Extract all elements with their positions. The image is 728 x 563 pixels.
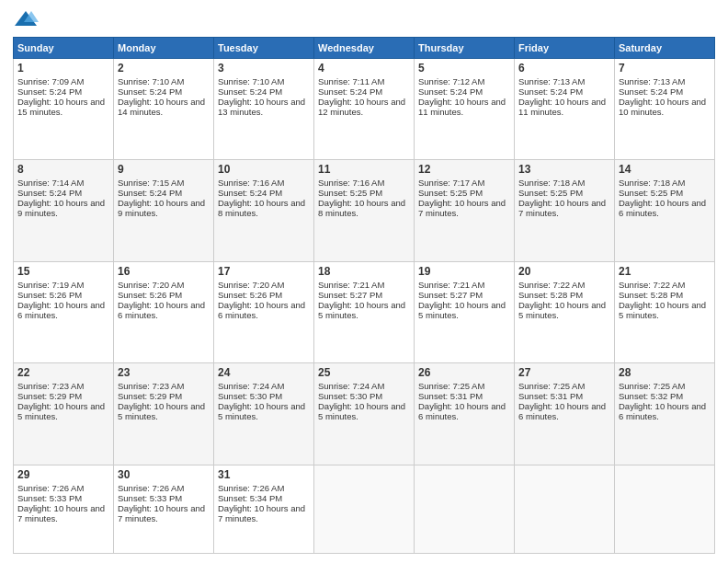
sunset-label: Sunset: 5:27 PM <box>318 290 382 300</box>
daylight-label: Daylight: 10 hours and 13 minutes. <box>218 97 305 117</box>
sunrise-label: Sunrise: 7:26 AM <box>218 483 284 493</box>
sunrise-label: Sunrise: 7:26 AM <box>17 483 84 493</box>
day-number: 5 <box>418 62 510 75</box>
sunrise-label: Sunrise: 7:18 AM <box>619 178 685 188</box>
sunrise-label: Sunrise: 7:24 AM <box>318 381 384 391</box>
day-number: 30 <box>118 468 210 481</box>
calendar-cell: 22 Sunrise: 7:23 AM Sunset: 5:29 PM Dayl… <box>14 363 114 465</box>
sunset-label: Sunset: 5:30 PM <box>218 391 282 401</box>
daylight-label: Daylight: 10 hours and 7 minutes. <box>418 198 506 218</box>
day-number: 3 <box>218 62 310 75</box>
daylight-label: Daylight: 10 hours and 12 minutes. <box>318 97 405 117</box>
calendar-cell: 18 Sunrise: 7:21 AM Sunset: 5:27 PM Dayl… <box>314 261 415 362</box>
day-number: 2 <box>118 62 210 75</box>
calendar-week-row: 15 Sunrise: 7:19 AM Sunset: 5:26 PM Dayl… <box>14 261 715 362</box>
day-number: 27 <box>518 366 610 379</box>
calendar-cell: 19 Sunrise: 7:21 AM Sunset: 5:27 PM Dayl… <box>415 261 515 362</box>
calendar-cell: 31 Sunrise: 7:26 AM Sunset: 5:34 PM Dayl… <box>214 465 314 553</box>
sunset-label: Sunset: 5:24 PM <box>218 188 282 198</box>
sunrise-label: Sunrise: 7:13 AM <box>619 76 685 86</box>
calendar-cell <box>515 465 615 553</box>
sunrise-label: Sunrise: 7:22 AM <box>619 280 685 290</box>
calendar-cell: 24 Sunrise: 7:24 AM Sunset: 5:30 PM Dayl… <box>214 363 314 465</box>
sunset-label: Sunset: 5:33 PM <box>17 493 82 503</box>
weekday-header: Sunday <box>14 38 114 59</box>
day-number: 12 <box>418 163 510 176</box>
sunset-label: Sunset: 5:24 PM <box>619 86 683 97</box>
sunrise-label: Sunrise: 7:25 AM <box>418 381 484 391</box>
day-number: 29 <box>17 468 109 481</box>
calendar-cell: 4 Sunrise: 7:11 AM Sunset: 5:24 PM Dayli… <box>314 59 415 160</box>
day-number: 23 <box>118 366 210 379</box>
sunset-label: Sunset: 5:25 PM <box>518 188 583 198</box>
day-number: 22 <box>17 366 109 379</box>
sunset-label: Sunset: 5:24 PM <box>118 86 182 97</box>
calendar-cell <box>314 465 415 553</box>
daylight-label: Daylight: 10 hours and 8 minutes. <box>218 198 305 218</box>
sunset-label: Sunset: 5:25 PM <box>418 188 483 198</box>
calendar-cell: 27 Sunrise: 7:25 AM Sunset: 5:31 PM Dayl… <box>515 363 615 465</box>
daylight-label: Daylight: 10 hours and 11 minutes. <box>418 97 506 117</box>
daylight-label: Daylight: 10 hours and 5 minutes. <box>17 401 105 421</box>
day-number: 16 <box>118 265 210 278</box>
daylight-label: Daylight: 10 hours and 5 minutes. <box>318 300 405 320</box>
weekday-header-row: SundayMondayTuesdayWednesdayThursdayFrid… <box>14 38 715 59</box>
daylight-label: Daylight: 10 hours and 6 minutes. <box>418 401 506 421</box>
calendar-cell: 26 Sunrise: 7:25 AM Sunset: 5:31 PM Dayl… <box>415 363 515 465</box>
sunset-label: Sunset: 5:24 PM <box>318 86 382 97</box>
calendar-cell: 12 Sunrise: 7:17 AM Sunset: 5:25 PM Dayl… <box>415 160 515 261</box>
calendar-cell: 1 Sunrise: 7:09 AM Sunset: 5:24 PM Dayli… <box>14 59 114 160</box>
day-number: 17 <box>218 265 310 278</box>
day-number: 8 <box>17 163 109 176</box>
weekday-header: Saturday <box>615 38 715 59</box>
calendar-cell: 11 Sunrise: 7:16 AM Sunset: 5:25 PM Dayl… <box>314 160 415 261</box>
sunrise-label: Sunrise: 7:12 AM <box>418 76 484 86</box>
calendar-cell: 3 Sunrise: 7:10 AM Sunset: 5:24 PM Dayli… <box>214 59 314 160</box>
daylight-label: Daylight: 10 hours and 6 minutes. <box>17 300 105 320</box>
daylight-label: Daylight: 10 hours and 11 minutes. <box>518 97 606 117</box>
logo <box>13 9 42 29</box>
sunset-label: Sunset: 5:30 PM <box>318 391 382 401</box>
sunset-label: Sunset: 5:28 PM <box>518 290 583 300</box>
daylight-label: Daylight: 10 hours and 9 minutes. <box>17 198 105 218</box>
sunrise-label: Sunrise: 7:17 AM <box>418 178 484 188</box>
daylight-label: Daylight: 10 hours and 7 minutes. <box>518 198 606 218</box>
day-number: 25 <box>318 366 410 379</box>
day-number: 18 <box>318 265 410 278</box>
day-number: 9 <box>118 163 210 176</box>
sunset-label: Sunset: 5:24 PM <box>118 188 182 198</box>
day-number: 19 <box>418 265 510 278</box>
sunrise-label: Sunrise: 7:24 AM <box>218 381 284 391</box>
sunset-label: Sunset: 5:29 PM <box>118 391 182 401</box>
calendar-cell: 6 Sunrise: 7:13 AM Sunset: 5:24 PM Dayli… <box>515 59 615 160</box>
sunrise-label: Sunrise: 7:10 AM <box>218 76 284 86</box>
calendar-cell: 28 Sunrise: 7:25 AM Sunset: 5:32 PM Dayl… <box>615 363 715 465</box>
sunrise-label: Sunrise: 7:21 AM <box>418 280 484 290</box>
calendar-cell: 15 Sunrise: 7:19 AM Sunset: 5:26 PM Dayl… <box>14 261 114 362</box>
sunrise-label: Sunrise: 7:13 AM <box>518 76 585 86</box>
calendar-week-row: 8 Sunrise: 7:14 AM Sunset: 5:24 PM Dayli… <box>14 160 715 261</box>
sunset-label: Sunset: 5:25 PM <box>619 188 683 198</box>
daylight-label: Daylight: 10 hours and 8 minutes. <box>318 198 405 218</box>
daylight-label: Daylight: 10 hours and 10 minutes. <box>619 97 706 117</box>
sunset-label: Sunset: 5:29 PM <box>17 391 82 401</box>
day-number: 26 <box>418 366 510 379</box>
sunrise-label: Sunrise: 7:18 AM <box>518 178 585 188</box>
logo-icon <box>13 9 39 29</box>
calendar-cell: 8 Sunrise: 7:14 AM Sunset: 5:24 PM Dayli… <box>14 160 114 261</box>
day-number: 4 <box>318 62 410 75</box>
daylight-label: Daylight: 10 hours and 5 minutes. <box>118 401 205 421</box>
daylight-label: Daylight: 10 hours and 14 minutes. <box>118 97 205 117</box>
sunset-label: Sunset: 5:26 PM <box>218 290 282 300</box>
calendar-cell: 14 Sunrise: 7:18 AM Sunset: 5:25 PM Dayl… <box>615 160 715 261</box>
sunset-label: Sunset: 5:24 PM <box>518 86 583 97</box>
sunset-label: Sunset: 5:31 PM <box>518 391 583 401</box>
day-number: 31 <box>218 468 310 481</box>
calendar-cell: 23 Sunrise: 7:23 AM Sunset: 5:29 PM Dayl… <box>114 363 214 465</box>
day-number: 6 <box>518 62 610 75</box>
sunset-label: Sunset: 5:24 PM <box>218 86 282 97</box>
calendar-cell: 9 Sunrise: 7:15 AM Sunset: 5:24 PM Dayli… <box>114 160 214 261</box>
calendar-cell: 29 Sunrise: 7:26 AM Sunset: 5:33 PM Dayl… <box>14 465 114 553</box>
calendar-cell: 5 Sunrise: 7:12 AM Sunset: 5:24 PM Dayli… <box>415 59 515 160</box>
day-number: 14 <box>619 163 711 176</box>
